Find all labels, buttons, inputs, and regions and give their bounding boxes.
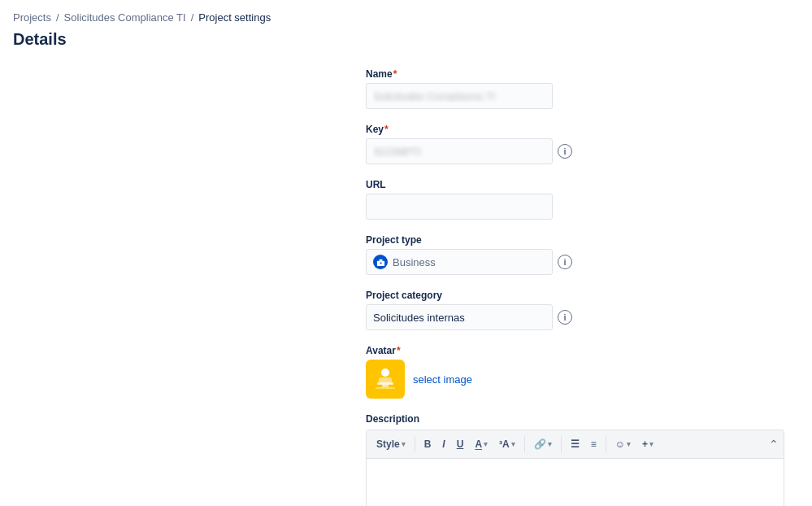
description-editor: Style ▾ B I U A ▾ [366,430,784,506]
key-input-row: i [366,138,812,164]
select-image-link[interactable]: select image [413,373,472,386]
breadcrumb-projects[interactable]: Projects [13,11,51,24]
bullet-list-button[interactable]: ☰ [566,434,584,455]
bullet-list-icon: ☰ [571,438,580,450]
emoji-chevron: ▾ [627,440,631,448]
key-field-group: Key* i [366,124,812,164]
breadcrumb-project-name[interactable]: Solicitudes Compliance TI [64,11,186,24]
style-chevron: ▾ [402,440,406,448]
project-type-field-group: Project type Business i [366,234,812,275]
svg-rect-7 [376,387,395,389]
collapse-button[interactable]: ⌃ [769,438,779,451]
svg-rect-2 [380,262,381,264]
toolbar-sep-4 [606,436,606,452]
key-info-icon[interactable]: i [558,144,572,159]
project-category-field-group: Project category Solicitudes internas i [366,290,812,330]
project-category-value: Solicitudes internas [373,312,465,324]
bold-button[interactable]: B [419,434,436,455]
svg-rect-6 [382,384,389,387]
name-required: * [393,68,397,80]
avatar-required: * [397,345,401,356]
link-button[interactable]: 🔗 ▾ [529,434,557,455]
font-color-icon: A [475,438,482,450]
avatar[interactable] [366,360,405,399]
page-title: Details [0,27,812,68]
avatar-label: Avatar* [366,345,812,356]
form-area: Name* Key* i URL Project type [0,68,812,506]
name-input[interactable] [366,83,553,109]
name-field-group: Name* [366,68,812,109]
italic-button[interactable]: I [437,434,449,455]
editor-toolbar: Style ▾ B I U A ▾ [367,430,784,459]
key-label: Key* [366,124,812,135]
numbered-list-button[interactable]: ≡ [586,434,601,455]
emoji-button[interactable]: ☺ ▾ [610,434,636,455]
project-category-row: Solicitudes internas i [366,304,812,330]
avatar-field-group: Avatar* select image [366,345,812,399]
project-type-row: Business i [366,249,812,275]
link-chevron: ▾ [548,440,552,448]
project-type-info-icon[interactable]: i [558,255,572,269]
name-label: Name* [366,68,812,80]
font-color-button[interactable]: A ▾ [470,434,493,455]
font-size-icon: ³A [499,438,510,450]
toolbar-sep-2 [524,436,525,452]
bold-icon: B [424,438,432,450]
numbered-list-icon: ≡ [591,438,597,450]
breadcrumb: Projects / Solicitudes Compliance TI / P… [0,0,812,27]
description-field-group: Description Style ▾ B I U [366,413,812,506]
svg-point-3 [381,369,389,377]
url-field-group: URL [366,179,812,220]
breadcrumb-sep-1: / [56,11,59,24]
link-icon: 🔗 [534,438,546,450]
breadcrumb-sep-2: / [191,11,194,24]
font-size-button[interactable]: ³A ▾ [494,434,520,455]
svg-rect-1 [379,259,382,261]
avatar-section: select image [366,360,812,399]
breadcrumb-current: Project settings [198,11,271,24]
font-color-chevron: ▾ [484,440,488,448]
more-icon: + [642,438,648,450]
editor-body[interactable] [367,459,784,506]
style-label: Style [376,438,400,450]
font-size-chevron: ▾ [511,440,515,448]
toolbar-sep-1 [415,436,415,452]
underline-icon: U [457,438,464,450]
url-input[interactable] [366,194,553,220]
toolbar-sep-3 [561,436,562,452]
emoji-icon: ☺ [615,438,625,450]
project-type-selector[interactable]: Business [366,249,553,275]
project-category-info-icon[interactable]: i [558,310,572,325]
key-input[interactable] [366,138,553,164]
project-category-selector[interactable]: Solicitudes internas [366,304,553,330]
project-category-label: Project category [366,290,812,301]
project-type-label: Project type [366,234,812,246]
italic-icon: I [442,438,445,450]
description-label: Description [366,413,812,425]
more-button[interactable]: + ▾ [637,434,658,455]
more-chevron: ▾ [649,440,654,448]
key-required: * [384,124,389,135]
style-dropdown[interactable]: Style ▾ [371,434,410,455]
project-type-value: Business [393,256,436,268]
business-icon [373,255,388,269]
svg-rect-5 [379,377,392,384]
underline-button[interactable]: U [452,434,469,455]
url-label: URL [366,179,812,190]
